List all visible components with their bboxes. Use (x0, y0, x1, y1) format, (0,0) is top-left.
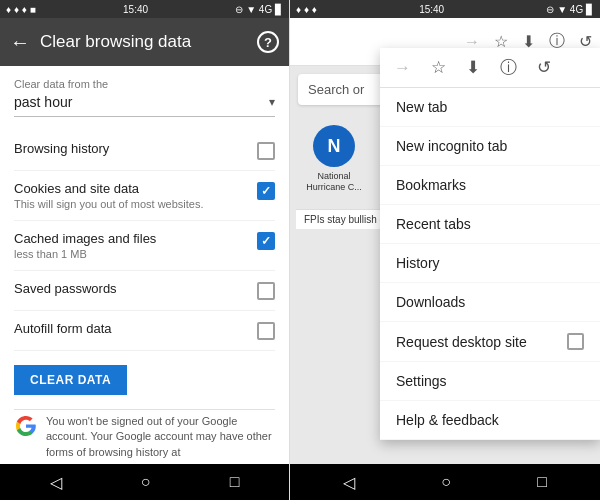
right-status-icons-right: ⊖ ▼ 4G ▊ (546, 4, 594, 15)
menu-item-label-2: Bookmarks (396, 177, 466, 193)
menu-item-label-8: Help & feedback (396, 412, 499, 428)
right-status-bar: ♦ ♦ ♦ 15:40 ⊖ ▼ 4G ▊ (290, 0, 600, 18)
menu-item-5[interactable]: Downloads (380, 283, 600, 322)
right-nav-bar: ◁ ○ □ (290, 464, 600, 500)
right-status-icons-left: ♦ ♦ ♦ (296, 4, 317, 15)
menu-item-7[interactable]: Settings (380, 362, 600, 401)
menu-item-2[interactable]: Bookmarks (380, 166, 600, 205)
right-time: 15:40 (419, 4, 444, 15)
menu-item-0[interactable]: New tab (380, 88, 600, 127)
checkbox-row-3[interactable]: Saved passwords (14, 271, 275, 311)
left-time: 15:40 (123, 4, 148, 15)
left-toolbar: ← Clear browsing data ? (0, 18, 289, 66)
checkbox-2[interactable] (257, 232, 275, 250)
google-logo (14, 414, 38, 438)
checkbox-list: Browsing historyCookies and site dataThi… (14, 131, 275, 351)
left-panel: ♦ ♦ ♦ ■ 15:40 ⊖ ▼ 4G ▊ ← Clear browsing … (0, 0, 290, 500)
checkbox-sublabel-1: This will sign you out of most websites. (14, 198, 257, 210)
left-content: Clear data from the past hour ▾ Browsing… (0, 66, 289, 464)
search-preview-text: Search or (308, 82, 364, 97)
help-icon[interactable]: ? (257, 31, 279, 53)
menu-item-3[interactable]: Recent tabs (380, 205, 600, 244)
menu-refresh-icon[interactable]: ↺ (537, 57, 551, 78)
menu-item-label-3: Recent tabs (396, 216, 471, 232)
checkbox-label-0: Browsing history (14, 141, 257, 156)
menu-item-label-7: Settings (396, 373, 447, 389)
left-status-icons: ♦ ♦ ♦ ■ (6, 4, 36, 15)
recents-nav-button[interactable]: □ (216, 469, 254, 495)
menu-info-icon[interactable]: ⓘ (500, 56, 517, 79)
tile-label-national: NationalHurricane C... (306, 171, 362, 193)
menu-download-icon[interactable]: ⬇ (466, 57, 480, 78)
browser-dropdown-menu: → ☆ ⬇ ⓘ ↺ New tabNew incognito tabBookma… (380, 48, 600, 440)
checkbox-row-2[interactable]: Cached images and filesless than 1 MB (14, 221, 275, 271)
back-nav-button[interactable]: ◁ (36, 469, 76, 496)
back-button[interactable]: ← (10, 31, 30, 54)
menu-item-1[interactable]: New incognito tab (380, 127, 600, 166)
left-nav-bar: ◁ ○ □ (0, 464, 289, 500)
site-tile-national[interactable]: N NationalHurricane C... (304, 125, 364, 193)
menu-item-6[interactable]: Request desktop site (380, 322, 600, 362)
menu-forward-icon[interactable]: → (394, 58, 411, 78)
menu-item-label-6: Request desktop site (396, 334, 527, 350)
clear-label: Clear data from the (14, 78, 275, 90)
menu-item-label-5: Downloads (396, 294, 465, 310)
home-nav-button[interactable]: ○ (127, 469, 165, 495)
checkbox-3[interactable] (257, 282, 275, 300)
time-range-value: past hour (14, 94, 72, 110)
right-back-nav-button[interactable]: ◁ (329, 469, 369, 496)
checkbox-1[interactable] (257, 182, 275, 200)
checkbox-row-1[interactable]: Cookies and site dataThis will sign you … (14, 171, 275, 221)
left-status-bar: ♦ ♦ ♦ ■ 15:40 ⊖ ▼ 4G ▊ (0, 0, 289, 18)
checkbox-4[interactable] (257, 322, 275, 340)
clear-data-button[interactable]: CLEAR DATA (14, 365, 127, 395)
right-panel: ♦ ♦ ♦ 15:40 ⊖ ▼ 4G ▊ → ☆ ⬇ ⓘ ↺ Search or… (290, 0, 600, 500)
right-recents-nav-button[interactable]: □ (523, 469, 561, 495)
menu-item-checkbox-6[interactable] (567, 333, 584, 350)
time-range-dropdown[interactable]: past hour ▾ (14, 94, 275, 117)
menu-items-list: New tabNew incognito tabBookmarksRecent … (380, 88, 600, 440)
footer-note: You won't be signed out of your Google a… (14, 409, 275, 460)
menu-item-label-1: New incognito tab (396, 138, 507, 154)
checkbox-label-3: Saved passwords (14, 281, 257, 296)
page-title: Clear browsing data (40, 32, 247, 52)
menu-top-icons-row: → ☆ ⬇ ⓘ ↺ (380, 48, 600, 88)
menu-item-label-4: History (396, 255, 440, 271)
checkbox-sublabel-2: less than 1 MB (14, 248, 257, 260)
menu-item-4[interactable]: History (380, 244, 600, 283)
checkbox-label-4: Autofill form data (14, 321, 257, 336)
checkbox-row-0[interactable]: Browsing history (14, 131, 275, 171)
right-home-nav-button[interactable]: ○ (427, 469, 465, 495)
checkbox-label-1: Cookies and site data (14, 181, 257, 196)
dropdown-arrow-icon: ▾ (269, 95, 275, 109)
menu-item-8[interactable]: Help & feedback (380, 401, 600, 440)
tile-icon-national: N (313, 125, 355, 167)
menu-star-icon[interactable]: ☆ (431, 57, 446, 78)
menu-item-label-0: New tab (396, 99, 447, 115)
left-right-icons: ⊖ ▼ 4G ▊ (235, 4, 283, 15)
checkbox-label-2: Cached images and files (14, 231, 257, 246)
checkbox-0[interactable] (257, 142, 275, 160)
footer-text: You won't be signed out of your Google a… (46, 414, 275, 460)
checkbox-row-4[interactable]: Autofill form data (14, 311, 275, 351)
